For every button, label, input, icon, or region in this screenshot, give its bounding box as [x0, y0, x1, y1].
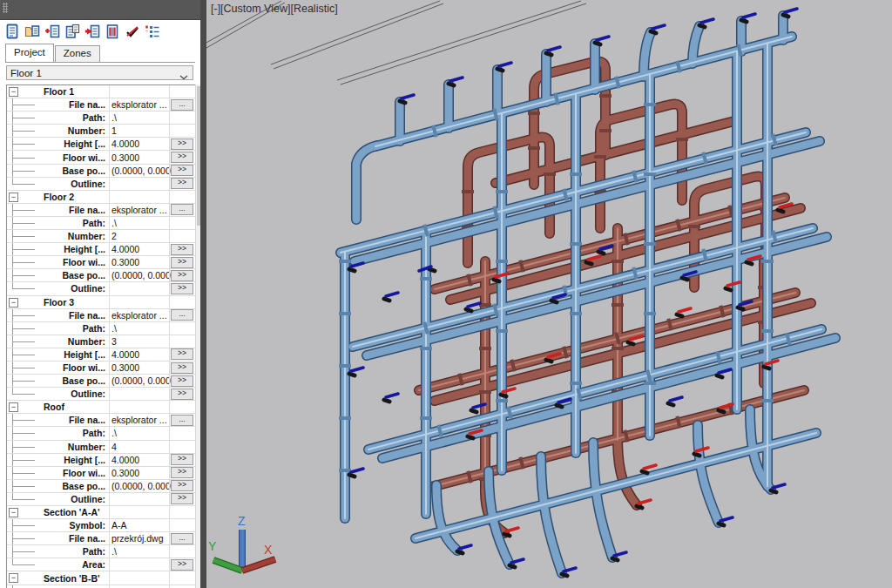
add-element-icon[interactable]	[44, 23, 61, 40]
tree-property-row[interactable]: Path:.\	[7, 217, 195, 230]
tree-property-row[interactable]: Outline:>>	[7, 493, 195, 506]
collapse-toggle[interactable]: −	[9, 573, 18, 583]
tree-property-row[interactable]: Base po...(0.0000, 0.0000>>	[7, 375, 195, 388]
tree-property-row[interactable]: Floor wi...0.3000>>	[7, 362, 195, 375]
tree-property-row[interactable]: Outline:>>	[7, 282, 195, 295]
tab-project[interactable]: Project	[5, 44, 54, 62]
tree-property-row[interactable]: File na...przekrój.dwg...	[7, 532, 195, 545]
expand-value-button[interactable]: >>	[171, 480, 193, 491]
tree-group-header[interactable]: −Floor 3	[7, 296, 195, 309]
tree-property-row[interactable]: Symbol:B-B	[7, 585, 195, 588]
expand-value-button[interactable]: >>	[171, 493, 193, 504]
browse-button[interactable]: ...	[171, 415, 193, 426]
copy-document-icon[interactable]	[64, 23, 81, 40]
expand-value-button[interactable]: >>	[171, 152, 193, 163]
collapse-toggle[interactable]: −	[9, 298, 18, 308]
viewport-view-button[interactable]: [Custom View]	[220, 3, 290, 15]
expand-value-button[interactable]: >>	[171, 270, 193, 281]
import-element-icon[interactable]	[84, 23, 101, 40]
property-value[interactable]: .\	[109, 428, 169, 438]
tree-property-row[interactable]: Outline:>>	[7, 178, 195, 191]
level-selector[interactable]: Floor 1	[6, 65, 193, 80]
tree-property-row[interactable]: Base po...(0.0000, 0.0000>>	[7, 165, 195, 178]
tree-property-row[interactable]: Number:2	[7, 230, 195, 243]
property-value[interactable]: eksplorator ...	[109, 99, 169, 110]
property-value[interactable]: 4.0000	[109, 349, 169, 360]
viewport-style-button[interactable]: [Realistic]	[290, 3, 337, 15]
tree-group-header[interactable]: −Floor 2	[7, 191, 195, 204]
tree-property-row[interactable]: File na...eksplorator ......	[7, 204, 195, 217]
tree-property-row[interactable]: Floor wi...0.3000>>	[7, 256, 195, 269]
collapse-toggle[interactable]: −	[9, 402, 18, 412]
property-value[interactable]: (0.0000, 0.0000	[109, 166, 169, 176]
tree-property-row[interactable]: Path:.\	[7, 112, 195, 125]
property-value[interactable]: 0.3000	[109, 468, 169, 478]
collapse-toggle[interactable]: −	[9, 193, 18, 202]
panel-titlebar[interactable]	[0, 0, 200, 20]
property-value[interactable]: .\	[109, 546, 169, 557]
property-value[interactable]: 0.3000	[109, 152, 169, 163]
tree-group-header[interactable]: −Section 'A-A'	[7, 506, 195, 519]
property-value[interactable]: eksplorator ...	[109, 310, 169, 321]
verify-crossed-icon[interactable]	[124, 23, 141, 40]
expand-value-button[interactable]: >>	[171, 454, 193, 465]
tree-group-header[interactable]: −Section 'B-B'	[7, 571, 195, 585]
property-value[interactable]: eksplorator ...	[109, 205, 169, 215]
tree-group-header[interactable]: −Floor 1	[7, 85, 195, 98]
panel-grip[interactable]	[3, 3, 8, 13]
tree-property-row[interactable]: File na...eksplorator ......	[7, 98, 195, 112]
open-folder-icon[interactable]	[24, 23, 41, 40]
expand-value-button[interactable]: >>	[171, 362, 193, 374]
browse-button[interactable]: ...	[171, 533, 193, 544]
property-value[interactable]: 0.3000	[109, 362, 169, 373]
tree-property-row[interactable]: Height [...4.0000>>	[7, 243, 195, 256]
panel-splitter[interactable]	[200, 0, 206, 588]
expand-value-button[interactable]: >>	[171, 178, 193, 189]
property-value[interactable]: eksplorator ...	[109, 415, 169, 425]
pipes-3d-scene[interactable]: Z X Y	[206, 0, 892, 588]
property-value[interactable]: 4.0000	[109, 244, 169, 254]
issues-list-icon[interactable]	[144, 23, 161, 40]
browse-button[interactable]: ...	[171, 99, 193, 111]
property-value[interactable]: 0.3000	[109, 257, 169, 267]
expand-value-button[interactable]: >>	[171, 139, 193, 150]
tree-property-row[interactable]: File na...eksplorator ......	[7, 414, 195, 427]
new-document-icon[interactable]	[3, 23, 21, 40]
property-value[interactable]: 3	[109, 336, 169, 347]
property-value[interactable]: 4	[109, 442, 169, 452]
collapse-toggle[interactable]: −	[9, 87, 18, 97]
expand-value-button[interactable]: >>	[171, 559, 193, 571]
expand-value-button[interactable]: >>	[171, 165, 193, 176]
tree-property-row[interactable]: Path:.\	[7, 427, 195, 440]
tab-zones[interactable]: Zones	[55, 45, 100, 62]
tree-property-row[interactable]: Height [...4.0000>>	[7, 454, 195, 467]
expand-value-button[interactable]: >>	[171, 375, 193, 387]
drawing-viewport[interactable]: [-][Custom View][Realistic]	[206, 0, 892, 588]
expand-value-button[interactable]: >>	[171, 257, 193, 268]
tree-property-row[interactable]: File na...eksplorator ......	[7, 309, 195, 322]
tree-property-row[interactable]: Symbol:A-A	[7, 519, 195, 532]
viewport-controls-button[interactable]: [-]	[211, 3, 220, 15]
expand-value-button[interactable]: >>	[171, 244, 193, 255]
expand-value-button[interactable]: >>	[171, 348, 193, 360]
property-value[interactable]: .\	[109, 112, 169, 123]
property-value[interactable]: (0.0000, 0.0000	[109, 481, 169, 491]
tree-property-row[interactable]: Floor wi...0.3000>>	[7, 151, 195, 164]
expand-value-button[interactable]: >>	[171, 283, 193, 294]
tree-property-row[interactable]: Number:4	[7, 441, 195, 454]
collapse-toggle[interactable]: −	[9, 508, 18, 517]
property-value[interactable]: 2	[109, 231, 169, 241]
tree-property-row[interactable]: Floor wi...0.3000>>	[7, 467, 195, 480]
tree-property-row[interactable]: Number:3	[7, 335, 195, 348]
tree-property-row[interactable]: Base po...(0.0000, 0.0000>>	[7, 480, 195, 493]
expand-value-button[interactable]: >>	[171, 467, 193, 478]
tree-property-row[interactable]: Area:>>	[7, 558, 195, 571]
property-value[interactable]: A-A	[109, 520, 169, 531]
tree-property-row[interactable]: Number:1	[7, 125, 195, 138]
property-value[interactable]: 4.0000	[109, 455, 169, 465]
property-value[interactable]: 1	[109, 125, 169, 136]
tree-property-row[interactable]: Base po...(0.0000, 0.0000>>	[7, 269, 195, 282]
browse-button[interactable]: ...	[171, 309, 193, 321]
property-value[interactable]: (0.0000, 0.0000	[109, 375, 169, 386]
property-value[interactable]: przekrój.dwg	[109, 533, 169, 544]
